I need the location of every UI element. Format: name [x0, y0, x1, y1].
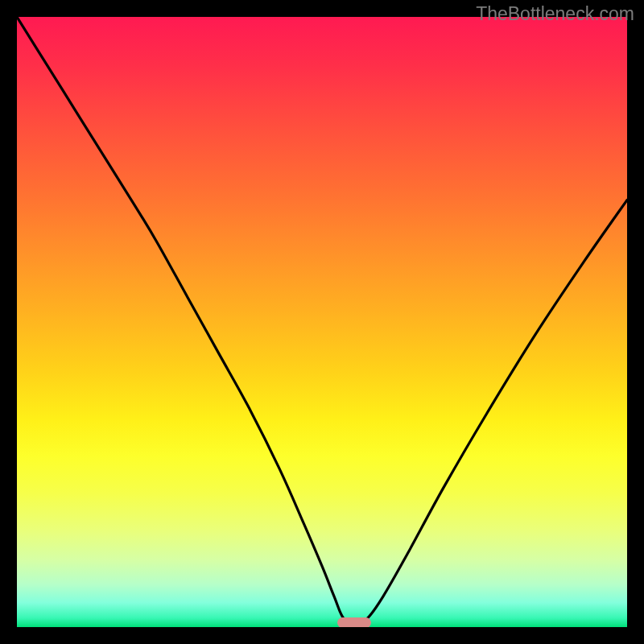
plot-area: [17, 17, 627, 627]
chart-frame: TheBottleneck.com: [0, 0, 644, 644]
watermark-text: TheBottleneck.com: [476, 3, 634, 25]
optimal-zone-marker: [337, 617, 371, 627]
bottleneck-curve: [17, 17, 627, 627]
